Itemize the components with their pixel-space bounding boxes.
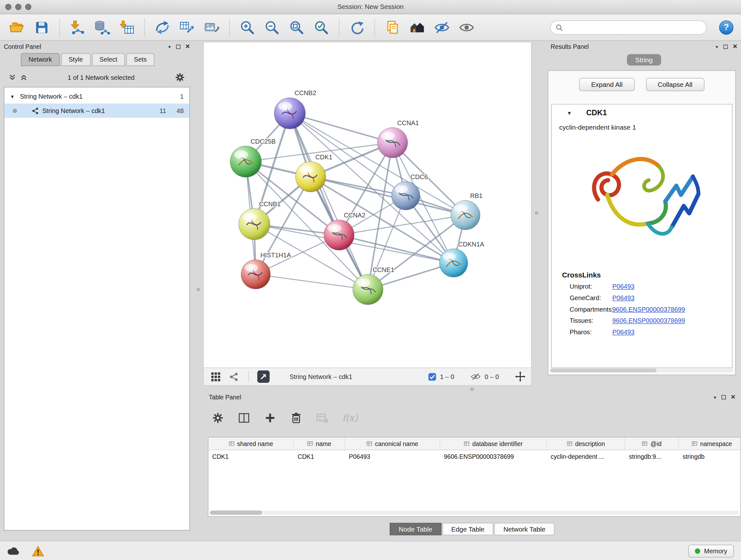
column-header[interactable]: database identifier	[440, 437, 547, 450]
node-HIST1H1A[interactable]	[241, 260, 270, 289]
node-CCNB1[interactable]	[239, 208, 270, 240]
node-CDC25B[interactable]	[230, 146, 261, 177]
panel-float-icon[interactable]	[723, 44, 727, 49]
node-RB1[interactable]	[451, 200, 480, 230]
zoom-out-button[interactable]	[263, 17, 282, 37]
birdseye-grid-icon[interactable]	[209, 370, 222, 383]
zoom-selected-button[interactable]	[312, 17, 331, 37]
panel-close-icon[interactable]: ×	[731, 395, 735, 399]
splitter-handle[interactable]	[535, 211, 538, 214]
hide-selected-button[interactable]	[432, 17, 452, 37]
add-column-icon[interactable]	[264, 412, 276, 424]
table-hscrollbar[interactable]	[210, 510, 739, 515]
network-graph[interactable]: CCNB2CCNA1CDC25BCDK1CDC6RB1CCNB1CCNA2CDK…	[204, 42, 531, 368]
save-session-button[interactable]	[32, 17, 51, 37]
crosslink-value-link[interactable]: 9606.ENSP00000378699	[612, 317, 685, 324]
column-header[interactable]: canonical name	[345, 437, 440, 450]
network-canvas[interactable]: CCNB2CCNA1CDC25BCDK1CDC6RB1CCNB1CCNA2CDK…	[204, 42, 531, 368]
table-options-gear-icon[interactable]	[212, 412, 224, 424]
panel-float-icon[interactable]	[721, 395, 725, 399]
network-options-gear-icon[interactable]	[175, 72, 185, 83]
edge-HIST1H1A-CCNE1[interactable]	[256, 274, 368, 289]
hidden-eye-slash-icon[interactable]	[470, 373, 481, 381]
node-CCNB2[interactable]	[274, 98, 306, 129]
open-session-button[interactable]	[8, 17, 26, 37]
control-panel-tab-style[interactable]: Style	[61, 53, 90, 66]
tab-node-table[interactable]: Node Table	[390, 523, 441, 536]
network-row-selected[interactable]: String Network – cdk1 11 48	[4, 104, 189, 118]
control-panel-tab-sets[interactable]: Sets	[126, 53, 154, 66]
crosslink-label: Uniprot:	[551, 283, 612, 290]
node-CCNA1[interactable]	[377, 127, 408, 158]
zoom-in-button[interactable]	[238, 17, 257, 37]
results-hscrollbar[interactable]	[550, 368, 733, 372]
table-hscroll-thumb[interactable]	[210, 510, 262, 515]
panel-close-icon[interactable]: ×	[185, 44, 190, 49]
panel-menu-icon[interactable]: ▾	[716, 44, 718, 49]
node-CDC6[interactable]	[392, 181, 420, 210]
warning-icon[interactable]	[31, 545, 45, 557]
delete-column-trash-icon[interactable]	[290, 412, 302, 424]
cloud-status-icon[interactable]	[7, 545, 20, 557]
new-network-from-table-button[interactable]	[178, 17, 196, 37]
tab-network-table[interactable]: Network Table	[494, 523, 554, 536]
column-header[interactable]: namespace	[679, 437, 741, 450]
node-CCNE1[interactable]	[353, 274, 383, 305]
column-header[interactable]: name	[294, 437, 345, 450]
memory-button[interactable]: Memory	[688, 545, 734, 557]
results-hscroll-thumb[interactable]	[550, 368, 657, 372]
collapse-all-networks-icon[interactable]	[9, 74, 16, 81]
control-panel-tab-select[interactable]: Select	[92, 53, 125, 66]
table-row[interactable]: CDK1CDK1P064939606.ENSP00000378699cyclin…	[208, 450, 740, 463]
search-input[interactable]	[566, 23, 702, 30]
crosslink-label: GeneCard:	[551, 294, 612, 301]
crosslink-value-link[interactable]: 9606.ENSP00000378699	[612, 306, 685, 313]
network-collection-row[interactable]: ▼ String Network – cdk1 1	[4, 89, 189, 104]
splitter-handle[interactable]	[470, 388, 474, 391]
edge-CCNB2-CCNE1[interactable]	[290, 113, 368, 290]
panel-close-icon[interactable]: ×	[733, 44, 737, 49]
selected-checkbox-icon[interactable]	[428, 373, 436, 381]
refresh-view-button[interactable]	[347, 17, 367, 37]
column-header[interactable]: @id	[625, 437, 679, 450]
copy-document-button[interactable]	[383, 17, 402, 37]
node-CDKN1A[interactable]	[440, 249, 468, 277]
expand-all-button[interactable]: Expand All	[579, 78, 634, 91]
node-CDK1[interactable]	[295, 162, 326, 192]
show-all-button[interactable]	[457, 17, 476, 37]
column-header[interactable]: shared name	[208, 437, 294, 450]
show-columns-icon[interactable]	[238, 412, 250, 424]
tab-edge-table[interactable]: Edge Table	[442, 523, 493, 536]
node-CCNA2[interactable]	[324, 220, 354, 250]
merge-networks-button[interactable]	[153, 17, 172, 37]
collapse-all-button[interactable]: Collapse All	[646, 78, 704, 91]
import-network-file-button[interactable]	[68, 17, 87, 37]
crosslink-value-link[interactable]: P06493	[612, 328, 634, 335]
node-label-CCNA1: CCNA1	[397, 119, 419, 126]
gene-collapse-icon[interactable]: ▼	[567, 110, 572, 116]
table-cell: 9606.ENSP00000378699	[440, 450, 547, 463]
panel-float-icon[interactable]	[176, 44, 180, 49]
panel-menu-icon[interactable]: ▾	[714, 394, 716, 399]
export-image-button[interactable]	[202, 17, 221, 37]
share-network-icon[interactable]	[227, 370, 240, 383]
expand-all-networks-icon[interactable]	[20, 74, 27, 81]
help-button[interactable]: ?	[719, 20, 734, 35]
import-table-file-button[interactable]	[117, 17, 136, 37]
splitter-handle[interactable]	[197, 288, 200, 291]
zoom-fit-button[interactable]	[287, 17, 306, 37]
open-in-browser-button[interactable]	[257, 370, 270, 383]
pan-crosshair-icon[interactable]	[515, 371, 526, 382]
control-panel-tab-network[interactable]: Network	[21, 53, 59, 66]
collection-collapse-icon[interactable]: ▼	[10, 94, 17, 99]
network-toolbar: String Network – cdk1 1 – 0 0 – 0	[204, 368, 531, 385]
crosslink-value-link[interactable]: P06493	[612, 294, 634, 301]
panel-menu-icon[interactable]: ▾	[169, 44, 171, 49]
column-header[interactable]: description	[547, 437, 625, 450]
network-title: String Network – cdk1	[289, 373, 352, 380]
tab-string[interactable]: String	[627, 54, 661, 66]
home-layout-button[interactable]	[408, 17, 427, 37]
crosslinks-list: Uniprot:P06493GeneCard:P06493Compartment…	[551, 283, 732, 336]
crosslink-value-link[interactable]: P06493	[612, 283, 634, 290]
import-network-database-button[interactable]	[92, 17, 112, 37]
